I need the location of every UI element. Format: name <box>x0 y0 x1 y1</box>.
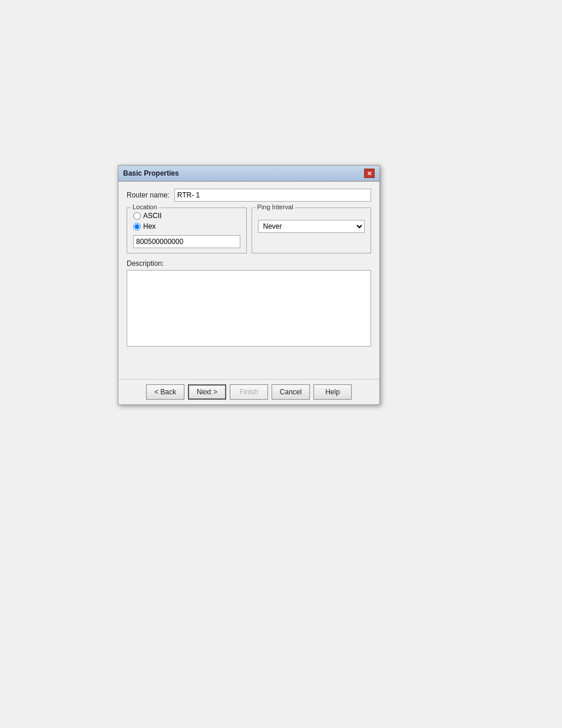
next-button[interactable]: Next > <box>188 384 226 400</box>
location-group-label: Location <box>131 203 159 210</box>
description-textarea[interactable] <box>127 270 371 347</box>
ping-interval-group-label: Ping Interval <box>256 203 295 210</box>
close-button[interactable]: ✕ <box>364 169 375 178</box>
description-section: Description: <box>127 259 371 348</box>
ping-interval-group: Ping Interval Never 1 minute 5 minutes 1… <box>252 207 372 253</box>
location-input[interactable] <box>133 235 240 248</box>
dialog-body: Router name: Location ASCII Hex Ping <box>118 182 379 379</box>
spacer <box>127 348 371 372</box>
basic-properties-dialog: Basic Properties ✕ Router name: Location… <box>118 165 380 405</box>
button-bar: < Back Next > Finish Cancel Help <box>118 379 379 404</box>
ascii-radio[interactable] <box>133 212 141 220</box>
dialog-title: Basic Properties <box>123 169 179 177</box>
hex-radio[interactable] <box>133 223 141 230</box>
groups-row: Location ASCII Hex Ping Interval Never 1… <box>127 207 371 253</box>
description-label: Description: <box>127 259 371 268</box>
cancel-button[interactable]: Cancel <box>272 384 310 400</box>
router-name-label: Router name: <box>127 191 170 199</box>
location-group: Location ASCII Hex <box>127 207 247 253</box>
dialog-titlebar: Basic Properties ✕ <box>118 166 379 182</box>
hex-radio-row: Hex <box>133 222 240 230</box>
help-button[interactable]: Help <box>313 384 352 400</box>
close-icon: ✕ <box>367 170 372 177</box>
back-button[interactable]: < Back <box>146 384 184 400</box>
router-name-input[interactable] <box>174 189 371 202</box>
finish-button[interactable]: Finish <box>230 384 268 400</box>
ping-interval-select[interactable]: Never 1 minute 5 minutes 10 minutes 30 m… <box>258 220 365 233</box>
hex-label: Hex <box>143 222 156 230</box>
ascii-radio-row: ASCII <box>133 212 240 220</box>
router-name-row: Router name: <box>127 189 371 202</box>
ascii-label: ASCII <box>143 212 161 220</box>
